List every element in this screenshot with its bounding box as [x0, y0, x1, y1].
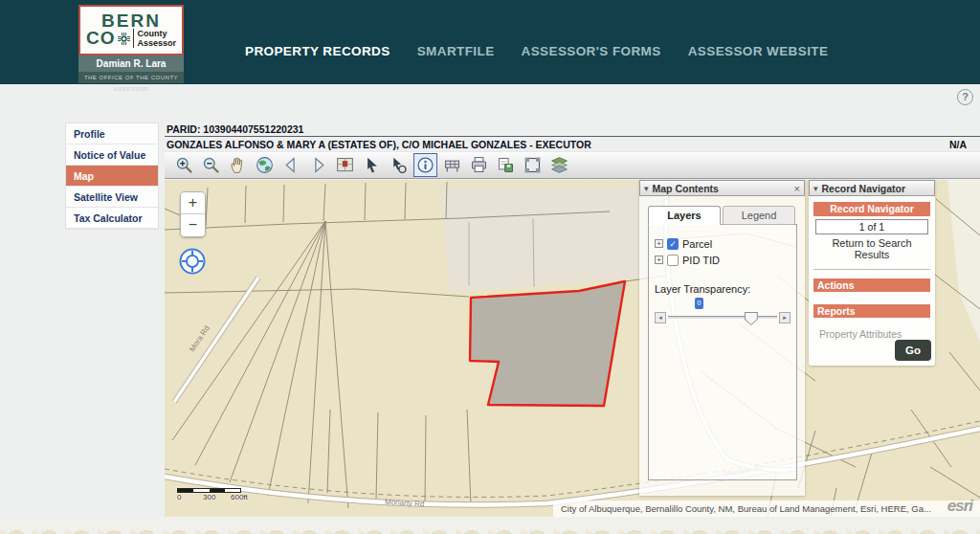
parid-line: PARID: 103904407551220231: [165, 122, 980, 137]
locate-compass-button[interactable]: [178, 247, 207, 276]
sidebar-item-notice-of-value[interactable]: Notice of Value: [66, 145, 158, 166]
tab-layers[interactable]: Layers: [648, 206, 721, 225]
zoom-in-button[interactable]: [172, 153, 196, 177]
nav-property-records[interactable]: PROPERTY RECORDS: [245, 44, 390, 58]
print-button[interactable]: [467, 153, 491, 177]
main-nav: PROPERTY RECORDS SMARTFILE ASSESSOR'S FO…: [245, 44, 828, 58]
layer-row-parcel: + ✓ Parcel: [655, 235, 791, 252]
zoom-in-icon: [174, 155, 194, 175]
scale-tick-600: 600ft: [231, 493, 248, 501]
record-header: PARID: 103904407551220231 GONZALES ALFON…: [165, 122, 980, 153]
nav-assessor-website[interactable]: ASSESSOR WEBSITE: [688, 44, 829, 58]
map-attribution: City of Albuquerque, Bernalillo County, …: [553, 501, 980, 517]
return-to-search-link[interactable]: Return to Search Results: [813, 237, 930, 260]
map-contents-panel: ▾ Map Contents × Layers Legend + ✓ Parce…: [639, 180, 805, 496]
zoom-out-button[interactable]: [199, 153, 223, 177]
sidebar-item-tax-calculator[interactable]: Tax Calculator: [66, 208, 158, 229]
sidebar-item-profile[interactable]: Profile: [66, 123, 158, 145]
light-land-polygon: [440, 187, 670, 292]
assessor-name: Damian R. Lara: [78, 56, 184, 72]
go-button[interactable]: Go: [895, 340, 931, 361]
full-screen-button[interactable]: [521, 153, 545, 177]
logo-divider: [133, 29, 134, 48]
clear-selection-button[interactable]: [387, 153, 411, 177]
owner-name: GONZALES ALFONSO & MARY A (ESTATES OF), …: [167, 139, 591, 150]
property-attributes-link[interactable]: Property Attributes: [819, 328, 930, 340]
sidebar-item-map[interactable]: Map: [66, 166, 158, 187]
pan-hand-icon: [228, 155, 248, 175]
record-navigator-body: Record Navigator 1 of 1 Return to Search…: [809, 196, 935, 366]
map-toolbar: [165, 151, 980, 179]
logo-tagline: CountyAssessor: [137, 29, 176, 48]
expand-icon[interactable]: +: [655, 256, 663, 264]
tab-legend[interactable]: Legend: [723, 206, 795, 225]
record-navigator-header[interactable]: ▾ Record Navigator: [809, 180, 935, 196]
layer-transparency-label: Layer Transparency:: [655, 283, 791, 295]
next-extent-button[interactable]: [306, 153, 330, 177]
slider-track[interactable]: [668, 316, 777, 320]
scale-tick-0: 0: [177, 493, 181, 501]
parcel-checkbox[interactable]: ✓: [667, 238, 679, 250]
export-button[interactable]: [494, 153, 518, 177]
clear-selection-icon: [389, 155, 409, 175]
slider-left-button[interactable]: ◂: [655, 312, 666, 323]
map-contents-tabs: Layers Legend: [648, 206, 805, 225]
help-icon[interactable]: ?: [957, 89, 973, 105]
logo-text-bern: BERN: [101, 12, 161, 29]
expand-icon[interactable]: +: [655, 239, 663, 248]
previous-arrow-icon: [281, 155, 301, 175]
sidebar: Profile Notice of Value Map Satellite Vi…: [65, 122, 159, 230]
attribute-table-button[interactable]: [440, 153, 464, 177]
identify-button[interactable]: [413, 153, 437, 177]
map-contents-header[interactable]: ▾ Map Contents ×: [639, 180, 805, 196]
nav-smartfile[interactable]: SMARTFILE: [417, 44, 495, 58]
map-zoom-out-button[interactable]: −: [181, 214, 205, 236]
selected-parcel[interactable]: [470, 281, 625, 406]
reports-section-bar[interactable]: Reports: [813, 304, 930, 318]
full-extent-button[interactable]: [253, 153, 277, 177]
record-navigator-panel-title: Record Navigator: [822, 183, 930, 194]
close-icon[interactable]: ×: [794, 184, 800, 193]
nav-assessors-forms[interactable]: ASSESSOR'S FORMS: [522, 44, 661, 58]
identify-info-icon: [415, 155, 435, 175]
record-navigator-panel: ▾ Record Navigator Record Navigator 1 of…: [809, 180, 935, 366]
layers-icon: [549, 155, 569, 175]
pid-tid-checkbox[interactable]: [667, 255, 679, 266]
owner-right-value: N/A: [949, 139, 980, 150]
overview-map-button[interactable]: [333, 153, 357, 177]
collapse-arrow-icon[interactable]: ▾: [644, 184, 649, 193]
overview-map-icon: [335, 155, 355, 175]
bernco-logo[interactable]: BERN CO CountyAssessor Damian: [78, 5, 184, 83]
next-arrow-icon: [308, 155, 328, 175]
full-screen-icon: [523, 155, 543, 175]
map-zoom-control: + −: [180, 191, 206, 237]
export-icon: [496, 155, 516, 175]
scale-bar: 0 300 600ft: [177, 488, 282, 502]
collapse-arrow-icon[interactable]: ▾: [813, 184, 818, 193]
layer-label-pid-tid: PID TID: [682, 255, 720, 266]
record-navigator-title-bar: Record Navigator: [813, 202, 930, 216]
logo-text-co: CO: [86, 30, 116, 47]
slider-thumb[interactable]: [745, 312, 758, 325]
logo-box: BERN CO CountyAssessor: [78, 5, 184, 56]
select-button[interactable]: [360, 153, 384, 177]
map-contents-title: Map Contents: [653, 183, 791, 194]
zia-symbol-icon: [118, 33, 130, 45]
esri-logo: esri: [947, 497, 972, 516]
assessor-office-tagline: THE OFFICE OF THE COUNTY ASSESSOR: [78, 72, 184, 83]
transparency-value-badge: 0: [695, 298, 703, 309]
actions-section-bar[interactable]: Actions: [813, 278, 930, 292]
site-header: BERN CO CountyAssessor Damian: [0, 0, 980, 84]
map-zoom-in-button[interactable]: +: [181, 192, 205, 214]
record-count: 1 of 1: [815, 219, 928, 234]
sidebar-item-satellite-view[interactable]: Satellite View: [66, 187, 158, 208]
layers-button[interactable]: [547, 153, 571, 177]
slider-right-button[interactable]: ▸: [779, 312, 791, 323]
layer-row-pid-tid: + PID TID: [655, 252, 791, 268]
select-arrow-icon: [362, 155, 382, 175]
attribute-table-icon: [442, 155, 462, 175]
divider: [813, 269, 930, 270]
pan-button[interactable]: [226, 153, 250, 177]
previous-extent-button[interactable]: [279, 153, 303, 177]
footer-decorative-pattern: [0, 517, 980, 534]
